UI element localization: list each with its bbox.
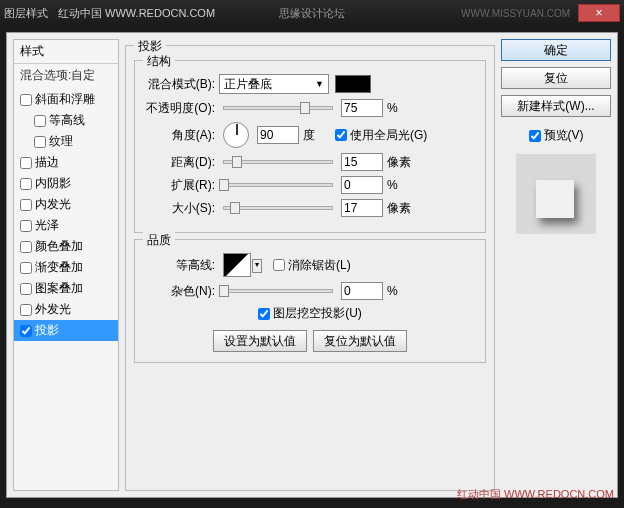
ok-button[interactable]: 确定 [501,39,611,61]
shadow-color-swatch[interactable] [335,75,371,93]
knockout-checkbox[interactable]: 图层挖空投影(U) [258,305,362,322]
preview-checkbox[interactable]: 预览(V) [501,127,611,144]
sidebar-item-label: 颜色叠加 [35,238,83,255]
angle-unit: 度 [303,127,331,144]
spread-label: 扩展(R): [143,177,215,194]
noise-input[interactable] [341,282,383,300]
sidebar-item-checkbox[interactable] [20,94,32,106]
make-default-button[interactable]: 设置为默认值 [213,330,307,352]
sidebar-item-7[interactable]: 颜色叠加 [14,236,118,257]
quality-title: 品质 [143,232,175,249]
sidebar-item-2[interactable]: 纹理 [14,131,118,152]
sidebar-item-label: 外发光 [35,301,71,318]
contour-label: 等高线: [143,257,215,274]
noise-label: 杂色(N): [143,283,215,300]
chevron-down-icon: ▼ [315,79,324,89]
titlebar: 图层样式 红动中国 WWW.REDOCN.COM 思缘设计论坛 WWW.MISS… [0,0,624,26]
sidebar-item-label: 投影 [35,322,59,339]
spread-slider[interactable] [223,183,333,187]
sidebar-item-11[interactable]: 投影 [14,320,118,341]
spread-unit: % [387,178,415,192]
sidebar-item-checkbox[interactable] [20,325,32,337]
antialias-checkbox[interactable]: 消除锯齿(L) [273,257,351,274]
close-button[interactable]: × [578,4,620,22]
window-title: 图层样式 [4,6,48,21]
sidebar-item-label: 斜面和浮雕 [35,91,95,108]
blend-mode-select[interactable]: 正片叠底 ▼ [219,74,329,94]
sidebar-item-label: 纹理 [49,133,73,150]
structure-title: 结构 [143,53,175,70]
size-label: 大小(S): [143,200,215,217]
preview-label: 预览(V) [544,127,584,144]
blend-mode-value: 正片叠底 [224,76,272,93]
sidebar-item-3[interactable]: 描边 [14,152,118,173]
close-icon: × [595,6,602,20]
cancel-button[interactable]: 复位 [501,67,611,89]
sidebar-item-1[interactable]: 等高线 [14,110,118,131]
chevron-down-icon: ▾ [252,259,262,273]
global-light-label: 使用全局光(G) [350,127,427,144]
knockout-input[interactable] [258,308,270,320]
watermark-right: WWW.MISSYUAN.COM [461,8,570,19]
sidebar-item-checkbox[interactable] [20,262,32,274]
watermark-left: 红动中国 WWW.REDOCN.COM [58,6,215,21]
sidebar-item-4[interactable]: 内阴影 [14,173,118,194]
sidebar-item-10[interactable]: 外发光 [14,299,118,320]
sidebar-item-checkbox[interactable] [20,178,32,190]
styles-sidebar: 样式 混合选项:自定 斜面和浮雕等高线纹理描边内阴影内发光光泽颜色叠加渐变叠加图… [13,39,119,491]
sidebar-item-8[interactable]: 渐变叠加 [14,257,118,278]
noise-slider[interactable] [223,289,333,293]
global-light-checkbox[interactable]: 使用全局光(G) [335,127,427,144]
distance-unit: 像素 [387,154,415,171]
sidebar-item-6[interactable]: 光泽 [14,215,118,236]
antialias-input[interactable] [273,259,285,271]
opacity-label: 不透明度(O): [143,100,215,117]
new-style-button[interactable]: 新建样式(W)... [501,95,611,117]
angle-dial[interactable] [223,122,249,148]
watermark-center: 思缘设计论坛 [279,6,345,21]
knockout-label: 图层挖空投影(U) [273,305,362,322]
sidebar-item-0[interactable]: 斜面和浮雕 [14,89,118,110]
sidebar-item-checkbox[interactable] [20,304,32,316]
angle-input[interactable] [257,126,299,144]
preview-thumbnail [516,154,596,234]
structure-group: 结构 混合模式(B): 正片叠底 ▼ 不透明度(O): % [134,60,486,233]
distance-slider[interactable] [223,160,333,164]
spread-input[interactable] [341,176,383,194]
contour-picker[interactable]: ▾ [223,253,251,277]
preview-input[interactable] [529,130,541,142]
noise-unit: % [387,284,415,298]
distance-input[interactable] [341,153,383,171]
size-input[interactable] [341,199,383,217]
sidebar-item-5[interactable]: 内发光 [14,194,118,215]
angle-label: 角度(A): [143,127,215,144]
sidebar-item-checkbox[interactable] [20,283,32,295]
sidebar-item-label: 描边 [35,154,59,171]
sidebar-item-label: 光泽 [35,217,59,234]
sidebar-header: 样式 [14,40,118,64]
sidebar-blend-options[interactable]: 混合选项:自定 [14,64,118,87]
right-panel: 确定 复位 新建样式(W)... 预览(V) [501,39,611,491]
blend-mode-label: 混合模式(B): [143,76,215,93]
distance-label: 距离(D): [143,154,215,171]
sidebar-item-checkbox[interactable] [20,199,32,211]
size-slider[interactable] [223,206,333,210]
footer-watermark: 红动中国 WWW.REDOCN.COM [457,487,614,502]
sidebar-item-label: 渐变叠加 [35,259,83,276]
global-light-input[interactable] [335,129,347,141]
sidebar-item-label: 内阴影 [35,175,71,192]
sidebar-item-9[interactable]: 图案叠加 [14,278,118,299]
sidebar-item-checkbox[interactable] [20,241,32,253]
opacity-input[interactable] [341,99,383,117]
size-unit: 像素 [387,200,415,217]
sidebar-item-checkbox[interactable] [20,220,32,232]
sidebar-item-label: 内发光 [35,196,71,213]
opacity-unit: % [387,101,415,115]
sidebar-item-checkbox[interactable] [34,136,46,148]
opacity-slider[interactable] [223,106,333,110]
quality-group: 品质 等高线: ▾ 消除锯齿(L) 杂色(N): [134,239,486,363]
antialias-label: 消除锯齿(L) [288,257,351,274]
reset-default-button[interactable]: 复位为默认值 [313,330,407,352]
sidebar-item-checkbox[interactable] [20,157,32,169]
sidebar-item-checkbox[interactable] [34,115,46,127]
